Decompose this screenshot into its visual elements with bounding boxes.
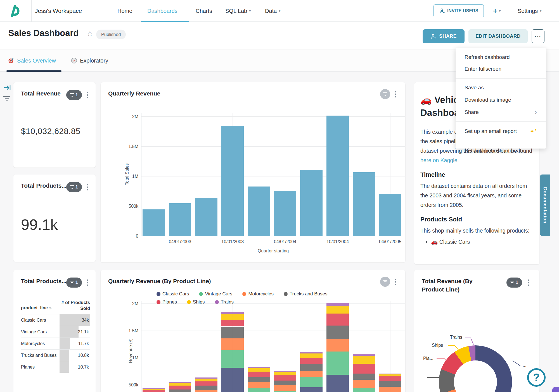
table-row[interactable]: Classic Cars34k <box>21 314 90 326</box>
card-title: Total Products... <box>21 277 68 285</box>
tab-sales-overview[interactable]: Sales Overview <box>8 49 56 72</box>
dashboard-context-menu: Refresh dashboard Enter fullscreen Save … <box>456 48 546 149</box>
chart-kebab-menu[interactable] <box>85 90 90 100</box>
stacked-revenue-plot[interactable]: 500k1M1.5M2M <box>141 301 405 392</box>
y-tick-label: 1M <box>132 355 141 360</box>
expand-filter-bar-button[interactable] <box>4 84 11 92</box>
chart-kebab-menu[interactable] <box>85 278 90 287</box>
arrow-to-bar-icon <box>4 84 11 91</box>
menu-item-refresh-dashboard[interactable]: Refresh dashboard <box>456 51 546 63</box>
favorite-star-icon[interactable]: ☆ <box>87 29 93 38</box>
menu-item-enter-fullscreen[interactable]: Enter fullscreen <box>456 63 546 75</box>
tab-exploratory[interactable]: Exploratory <box>71 49 108 72</box>
column-header-product-line[interactable]: product_line⇅ <box>21 298 60 314</box>
bar-segment <box>274 381 296 385</box>
column-header-products-sold[interactable]: # of Products Sold <box>60 298 90 314</box>
cell-products-sold: 10.7k <box>60 361 90 373</box>
more-actions-button[interactable]: ··· <box>532 29 544 43</box>
legend-item[interactable]: Trains <box>215 299 234 305</box>
invite-users-button[interactable]: INVITE USERS <box>434 4 484 17</box>
new-item-button[interactable]: +▾ <box>493 0 501 22</box>
bar-segment <box>195 390 217 392</box>
quarterly-revenue-plot[interactable]: 0500k1M1.5M2M04/01/200310/01/200304/01/2… <box>141 113 405 236</box>
card-total-products-big: Total Products... 1 99.1k <box>13 175 96 262</box>
sort-icon: ⇅ <box>49 306 52 310</box>
table-row[interactable]: Vintage Cars21.1k <box>21 326 90 338</box>
chevron-down-icon: ▾ <box>249 9 251 13</box>
y-axis-line <box>141 301 141 392</box>
bar-segment <box>326 375 349 392</box>
help-button[interactable]: ? <box>527 368 546 387</box>
floating-corner-widget[interactable] <box>552 387 559 392</box>
legend-dot-icon <box>187 300 191 304</box>
menu-item-share[interactable]: Share› <box>456 106 546 118</box>
menu-divider <box>456 121 546 122</box>
chart-kebab-menu[interactable] <box>85 182 90 192</box>
nav-item-charts[interactable]: Charts <box>196 0 212 22</box>
bar-segment <box>300 358 323 364</box>
published-badge[interactable]: Published <box>96 30 126 39</box>
nav-item-sql-lab[interactable]: SQL Lab▾ <box>225 0 251 22</box>
table-row[interactable]: Trucks and Buses10.8k <box>21 350 90 361</box>
bar-segment <box>221 320 244 326</box>
active-nav-underline <box>141 21 189 22</box>
y-tick-label: 1.5M <box>128 328 141 333</box>
bar-segment <box>143 388 165 389</box>
filter-icon[interactable] <box>3 96 10 101</box>
cross-filter-icon[interactable] <box>380 277 390 287</box>
y-axis-title: Total Sales <box>125 157 130 191</box>
gridline <box>141 116 405 117</box>
page-title: Sales Dashboard <box>8 28 79 38</box>
edit-dashboard-button[interactable]: EDIT DASHBOARD <box>468 29 528 43</box>
products-sold-paragraph: This shop mainly sells the following pro… <box>420 226 536 235</box>
cell-products-sold: 11.7k <box>60 338 90 350</box>
share-button[interactable]: SHARE <box>423 29 465 43</box>
menu-item-email-report[interactable]: Set up an email report✦✦ <box>456 125 546 138</box>
bar-segment <box>353 364 375 374</box>
nav-item-home[interactable]: Home <box>117 0 132 22</box>
menu-item-download-as-image[interactable]: Download as image <box>456 94 546 106</box>
share-label: SHARE <box>439 34 456 39</box>
funnel-icon <box>70 93 74 97</box>
legend-item[interactable]: Ships <box>187 299 205 305</box>
menu-item-auto-refresh[interactable]: Set auto-refresh interval <box>456 144 546 157</box>
bar <box>274 191 296 236</box>
gridline <box>141 146 405 147</box>
legend-item[interactable]: Vintage Cars <box>199 291 232 297</box>
cell-product-line: Classic Cars <box>21 314 60 326</box>
applied-filters-badge[interactable]: 1 <box>66 182 82 192</box>
nav-item-dashboards[interactable]: Dashboards <box>147 0 177 22</box>
bar <box>143 209 165 236</box>
preset-logo-icon[interactable] <box>8 4 21 17</box>
applied-filters-badge[interactable]: 1 <box>66 278 82 288</box>
card-donut-revenue: Total Revenue (By Product Line) 1 Trains… <box>414 270 539 392</box>
table-row[interactable]: Motorcycles11.7k <box>21 338 90 350</box>
legend-item[interactable]: Trucks and Buses <box>284 291 327 297</box>
bar-segment <box>248 382 270 388</box>
cross-filter-icon[interactable] <box>380 89 390 99</box>
y-axis-title: Revenue ($) <box>128 334 133 367</box>
chart-kebab-menu[interactable] <box>393 277 398 286</box>
bar-segment <box>195 377 217 379</box>
bar <box>195 198 217 236</box>
bar-segment <box>221 350 244 368</box>
y-tick-label: 2M <box>132 301 141 306</box>
nav-item-data[interactable]: Data▾ <box>265 0 280 22</box>
kaggle-link[interactable]: here on Kaggle <box>420 157 457 163</box>
legend-item[interactable]: Motorcycles <box>242 291 274 297</box>
bar-segment <box>169 389 191 392</box>
bar-segment <box>248 377 270 382</box>
documentation-tab[interactable]: Documentation <box>540 175 550 236</box>
legend-item[interactable]: Planes <box>157 299 177 305</box>
menu-item-save-as[interactable]: Save as <box>456 82 546 94</box>
legend-item[interactable]: Classic Cars <box>157 291 189 297</box>
compass-icon <box>71 57 77 64</box>
chevron-right-icon: › <box>535 109 537 116</box>
bar-segment <box>379 387 401 392</box>
funnel-icon <box>70 185 74 189</box>
chart-kebab-menu[interactable] <box>393 89 398 99</box>
table-row[interactable]: Planes10.7k <box>21 361 90 373</box>
settings-menu[interactable]: Settings▾ <box>518 0 541 22</box>
applied-filters-badge[interactable]: 1 <box>66 90 82 100</box>
workspace-name[interactable]: Jess's Workspace <box>35 0 82 22</box>
